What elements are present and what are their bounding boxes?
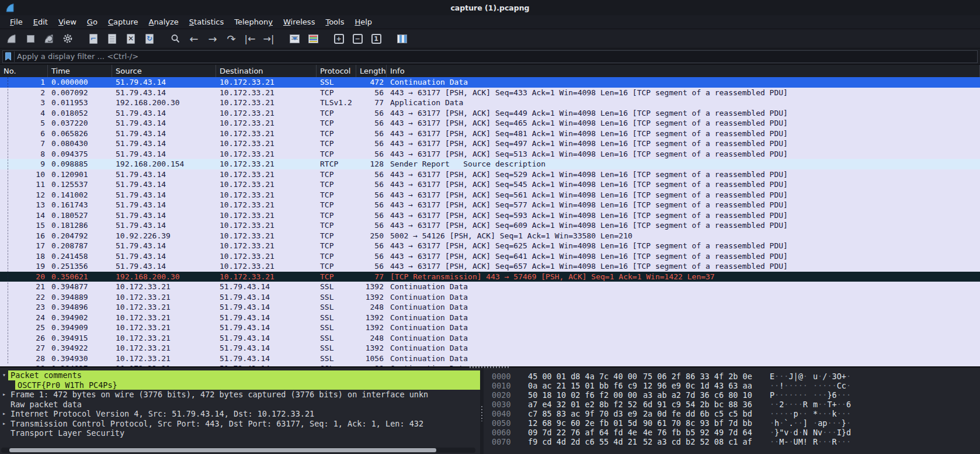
close-file-icon[interactable]: ✕	[123, 31, 139, 47]
restart-capture-icon[interactable]	[41, 31, 57, 47]
display-filter-input[interactable]	[17, 52, 977, 61]
find-packet-icon[interactable]	[167, 31, 183, 47]
hex-row[interactable]: 0050 12 68 9c 60 2e fb 01 5d 90 61 70 8c…	[492, 418, 980, 428]
hex-row[interactable]: 0040 c7 85 83 ac 9f 70 d3 e9 2a 0d fe dd…	[492, 409, 980, 418]
packet-row[interactable]: 19 0.251356 51.79.43.14 10.172.33.21 TCP…	[0, 261, 980, 272]
packet-row[interactable]: 21 0.394877 10.172.33.21 51.79.43.14 SSL…	[0, 282, 980, 292]
hex-row[interactable]: 0070 f9 cd 4d 2d c6 55 4d 21 52 a3 cd b2…	[492, 437, 980, 446]
packet-row[interactable]: 20 0.350621 192.168.200.30 10.172.33.21 …	[0, 272, 980, 282]
vertical-splitter-handle[interactable]	[481, 406, 482, 421]
column-header[interactable]: Info	[387, 65, 980, 77]
hex-row[interactable]: 0010 0a ac 21 15 01 bb f6 c9 12 96 e9 0c…	[492, 381, 980, 390]
packet-row[interactable]: 28 0.394930 10.172.33.21 51.79.43.14 SSL…	[0, 354, 980, 364]
horizontal-splitter-handle[interactable]	[470, 366, 510, 368]
packet-row[interactable]: 17 0.208787 51.79.43.14 10.172.33.21 TCP…	[0, 241, 980, 251]
menu-item[interactable]: Wireless	[278, 16, 320, 27]
packet-row[interactable]: 9 0.098885 192.168.200.154 10.172.33.21 …	[0, 159, 980, 169]
hex-row[interactable]: 0020 50 18 10 02 f6 f2 00 00 a3 ab a2 7d…	[492, 390, 980, 400]
detail-row[interactable]: OSCTF{Pr0_W1Th_PC4Ps}	[0, 380, 480, 390]
detail-row[interactable]: ▾ Packet comments	[0, 370, 480, 380]
packet-row[interactable]: 24 0.394902 10.172.33.21 51.79.43.14 SSL…	[0, 313, 980, 323]
packet-row[interactable]: 2 0.007092 51.79.43.14 10.172.33.21 TCP …	[0, 88, 980, 98]
start-capture-icon[interactable]	[4, 31, 20, 47]
expander-icon[interactable]: ▾	[0, 370, 8, 380]
packet-row[interactable]: 13 0.161743 51.79.43.14 10.172.33.21 TCP…	[0, 200, 980, 210]
column-header[interactable]: Source	[112, 65, 216, 77]
menu-item[interactable]: Telephony	[229, 16, 278, 27]
detail-row[interactable]: ▸ Frame 1: 472 bytes on wire (3776 bits)…	[0, 390, 480, 400]
expander-icon[interactable]	[0, 428, 8, 438]
packet-row[interactable]: 4 0.018052 51.79.43.14 10.172.33.21 TCP …	[0, 108, 980, 119]
column-header[interactable]: Protocol	[317, 65, 356, 77]
packet-row[interactable]: 27 0.394922 10.172.33.21 51.79.43.14 SSL…	[0, 343, 980, 354]
hex-row[interactable]: 0000 45 00 01 d8 4a 7c 40 00 75 06 2f 86…	[492, 372, 980, 381]
packet-row[interactable]: 15 0.181286 51.79.43.14 10.172.33.21 TCP…	[0, 220, 980, 231]
packet-row[interactable]: 11 0.125537 51.79.43.14 10.172.33.21 TCP…	[0, 179, 980, 190]
filter-bookmark-icon[interactable]	[4, 51, 15, 62]
expander-icon[interactable]: ▸	[0, 409, 8, 419]
go-forward-icon[interactable]: →	[204, 31, 221, 47]
detail-row[interactable]: ▸ Internet Protocol Version 4, Src: 51.7…	[0, 409, 480, 419]
auto-scroll-icon[interactable]	[286, 31, 303, 47]
packet-row[interactable]: 25 0.394909 10.172.33.21 51.79.43.14 SSL…	[0, 323, 980, 333]
menu-item[interactable]: Tools	[320, 16, 349, 27]
column-header[interactable]: No.	[0, 65, 48, 77]
go-back-icon[interactable]: ←	[186, 31, 202, 47]
menu-item[interactable]: Analyze	[144, 16, 184, 27]
packet-row[interactable]: 10 0.120901 51.79.43.14 10.172.33.21 TCP…	[0, 169, 980, 180]
hex-row[interactable]: 0030 a7 e4 32 01 e2 8b f2 52 6d 91 c9 54…	[492, 400, 980, 409]
display-filter-field[interactable]	[2, 50, 978, 63]
detail-row[interactable]: Raw packet data	[0, 400, 480, 410]
packet-row[interactable]: 26 0.394915 10.172.33.21 51.79.43.14 SSL…	[0, 333, 980, 344]
packet-row[interactable]: 3 0.011953 192.168.200.30 10.172.33.21 T…	[0, 98, 980, 108]
capture-options-icon[interactable]	[60, 31, 76, 47]
open-file-icon[interactable]: ⌐	[85, 31, 102, 47]
zoom-out-icon[interactable]: −	[349, 31, 366, 47]
packet-row[interactable]: 12 0.141002 51.79.43.14 10.172.33.21 TCP…	[0, 190, 980, 200]
expander-icon[interactable]	[0, 400, 8, 410]
expander-icon[interactable]: ▸	[0, 419, 8, 429]
hex-row[interactable]: 0060 09 7d 22 76 af 64 fd 4e 4e 76 fb b5…	[492, 428, 980, 437]
packet-row[interactable]: 23 0.394896 10.172.33.21 51.79.43.14 SSL…	[0, 302, 980, 313]
scrollbar-thumb[interactable]	[9, 448, 436, 452]
packet-row[interactable]: 16 0.204792 10.92.226.39 10.172.33.21 TC…	[0, 231, 980, 241]
packet-row[interactable]: 1 0.000000 51.79.43.14 10.172.33.21 SSL …	[0, 77, 980, 88]
menu-item[interactable]: View	[53, 16, 82, 27]
packet-row[interactable]: 14 0.180527 51.79.43.14 10.172.33.21 TCP…	[0, 210, 980, 221]
resize-columns-icon[interactable]	[394, 31, 410, 47]
menu-item[interactable]: Edit	[28, 16, 53, 27]
packet-row[interactable]: 22 0.394889 10.172.33.21 51.79.43.14 SSL…	[0, 292, 980, 303]
column-header[interactable]: Time	[48, 65, 112, 77]
zoom-in-icon[interactable]: +	[331, 31, 347, 47]
packet-length: 250	[356, 231, 387, 241]
vertical-splitter[interactable]	[480, 368, 484, 454]
go-last-packet-icon[interactable]: →|	[260, 31, 277, 47]
menu-item[interactable]: Statistics	[184, 16, 229, 27]
menu-item[interactable]: File	[5, 16, 28, 27]
save-file-icon[interactable]	[104, 31, 120, 47]
zoom-original-icon[interactable]: 1	[368, 31, 384, 47]
details-horizontal-scrollbar[interactable]	[1, 448, 475, 453]
packet-row[interactable]: 6 0.065826 51.79.43.14 10.172.33.21 TCP …	[0, 129, 980, 139]
column-header[interactable]: Length	[356, 65, 387, 77]
colorize-icon[interactable]	[305, 31, 321, 47]
menu-item[interactable]: Capture	[103, 16, 144, 27]
detail-row[interactable]: ▸ Transmission Control Protocol, Src Por…	[0, 419, 480, 429]
packet-info: Continuation Data	[387, 77, 980, 88]
packet-time: 0.037220	[48, 118, 112, 129]
column-header[interactable]: Destination	[216, 65, 317, 77]
menu-item[interactable]: Go	[82, 16, 103, 27]
stop-capture-icon[interactable]	[22, 31, 39, 47]
reload-file-icon[interactable]: ↻	[141, 31, 158, 47]
expander-icon[interactable]	[0, 380, 8, 390]
packet-row[interactable]: 18 0.241458 51.79.43.14 10.172.33.21 TCP…	[0, 251, 980, 262]
packet-protocol: TCP	[317, 118, 356, 129]
go-to-packet-icon[interactable]: ↷	[223, 31, 239, 47]
packet-row[interactable]: 7 0.080430 51.79.43.14 10.172.33.21 TCP …	[0, 138, 980, 149]
menu-item[interactable]: Help	[349, 16, 377, 27]
packet-row[interactable]: 5 0.037220 51.79.43.14 10.172.33.21 TCP …	[0, 118, 980, 129]
packet-row[interactable]: 8 0.094375 51.79.43.14 10.172.33.21 TCP …	[0, 149, 980, 160]
detail-row[interactable]: Transport Layer Security	[0, 428, 480, 438]
expander-icon[interactable]: ▸	[0, 390, 8, 400]
go-first-packet-icon[interactable]: |←	[242, 31, 258, 47]
